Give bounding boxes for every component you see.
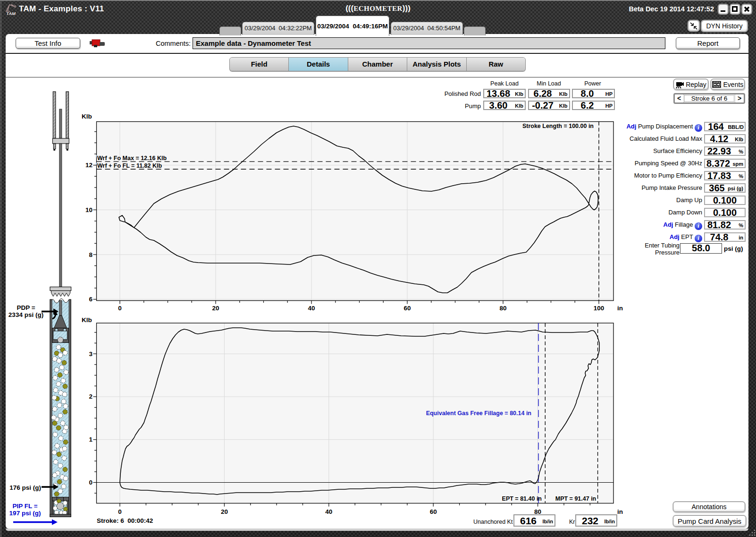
svg-text:TAM: TAM: [6, 11, 16, 16]
